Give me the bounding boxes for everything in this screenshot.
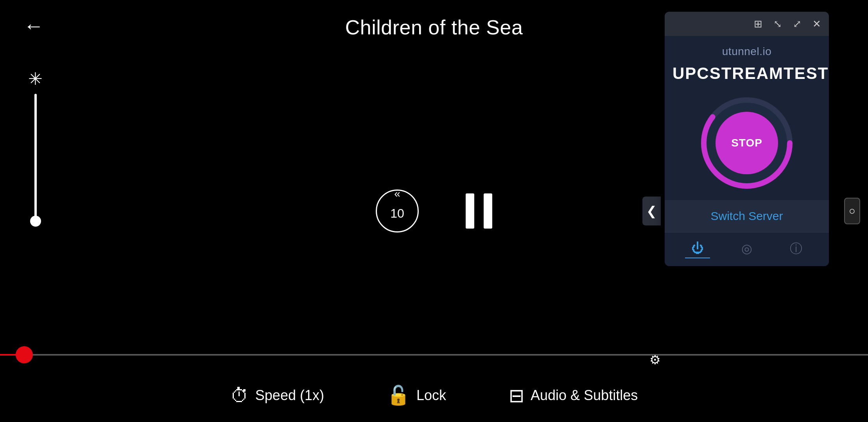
vpn-stop-button[interactable]: STOP	[716, 112, 778, 174]
brightness-slider[interactable]	[34, 94, 37, 227]
pause-bar-right	[484, 193, 492, 229]
vpn-tab-vpn[interactable]: ◎	[735, 239, 759, 258]
pause-bar-left	[466, 193, 474, 229]
lock-label: Lock	[416, 387, 446, 404]
speed-icon: ⏱	[230, 385, 249, 406]
pause-button[interactable]	[466, 193, 492, 229]
bottom-controls: ⏱ Speed (1x) 🔓 Lock ⊟ Audio & Subtitles	[0, 384, 868, 406]
vpn-tab-bar: ⏻ ◎ ⓘ	[665, 232, 829, 266]
center-controls: « 10	[376, 190, 492, 232]
vpn-gauge: STOP	[696, 92, 798, 194]
panel-window-icon1[interactable]: ⊞	[754, 19, 762, 29]
vpn-name: UPCSTREAMTEST	[665, 61, 829, 92]
vpn-switch-server-button[interactable]: Switch Server	[665, 200, 829, 232]
progress-thumb[interactable]	[16, 346, 33, 363]
lock-button[interactable]: 🔓 Lock	[387, 384, 446, 406]
vpn-panel: ⊞ ⤡ ⤢ ✕ utunnel.io UPCSTREAMTEST STOP Sw…	[665, 12, 829, 266]
right-edge-button[interactable]: ○	[844, 198, 860, 224]
rewind-arrows-icon: «	[394, 188, 400, 200]
subtitles-icon: ⊟	[509, 384, 524, 406]
audio-subtitles-label: Audio & Subtitles	[531, 387, 638, 404]
progress-bar-container	[0, 354, 868, 356]
panel-minimize-icon[interactable]: ⤡	[773, 19, 782, 29]
vpn-tab-power[interactable]: ⏻	[685, 239, 710, 258]
filter-button[interactable]: ⚙	[649, 352, 661, 367]
rewind-number: 10	[390, 206, 404, 221]
brightness-thumb[interactable]	[30, 216, 41, 227]
rewind-circle: « 10	[376, 190, 419, 232]
progress-track[interactable]	[0, 354, 868, 356]
brightness-control: ✳	[28, 70, 43, 227]
vpn-tab-info[interactable]: ⓘ	[784, 239, 809, 258]
vpn-gauge-container: STOP	[665, 92, 829, 200]
audio-subtitles-button[interactable]: ⊟ Audio & Subtitles	[509, 384, 638, 406]
lock-icon: 🔓	[387, 384, 410, 406]
speed-button[interactable]: ⏱ Speed (1x)	[230, 385, 324, 406]
sidebar-collapse-button[interactable]: ❮	[642, 197, 661, 225]
vpn-brand: utunnel.io	[665, 36, 829, 61]
panel-close-button[interactable]: ✕	[812, 19, 821, 29]
vpn-panel-header: ⊞ ⤡ ⤢ ✕	[665, 12, 829, 36]
speed-label: Speed (1x)	[255, 387, 324, 404]
back-button[interactable]: ←	[23, 16, 44, 36]
panel-maximize-icon[interactable]: ⤢	[793, 19, 802, 29]
brightness-icon: ✳	[28, 70, 43, 88]
rewind-button[interactable]: « 10	[376, 190, 419, 232]
